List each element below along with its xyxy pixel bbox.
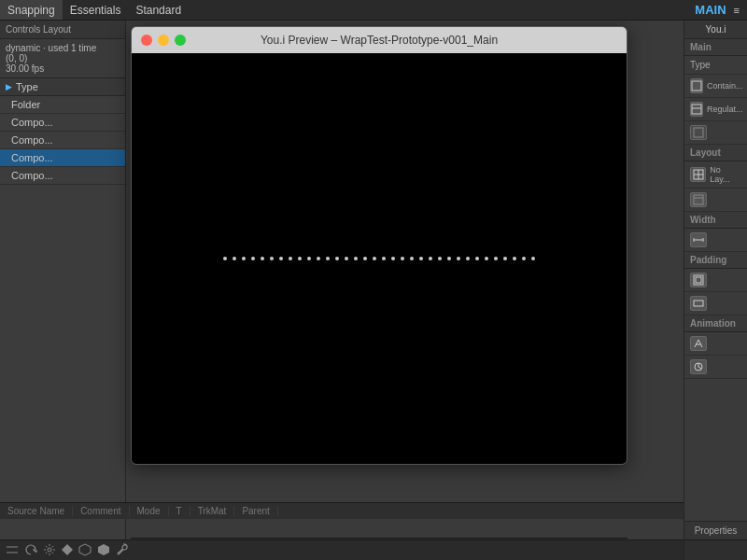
dot <box>233 257 236 260</box>
svg-rect-25 <box>696 277 701 283</box>
svg-line-30 <box>698 367 701 369</box>
dot <box>447 257 451 260</box>
snapping-menu[interactable]: Snapping <box>0 0 63 20</box>
dot <box>485 257 488 260</box>
regular-icon[interactable] <box>690 102 703 117</box>
main-label: MAIN <box>695 3 726 17</box>
dot <box>270 257 274 260</box>
svg-rect-15 <box>694 128 703 137</box>
hex2-icon[interactable] <box>97 543 110 558</box>
right-panel: You.i Main Type Contain... Regulat... La… <box>684 21 747 539</box>
col-parent: Parent <box>234 506 277 516</box>
padding-icon2[interactable] <box>690 296 707 311</box>
properties-label: Properties <box>684 521 747 539</box>
preview-window: You.i Preview – WrapTest-Prototype-v001_… <box>131 26 627 465</box>
section-padding: Padding <box>684 252 747 269</box>
dot <box>522 257 526 260</box>
dot <box>382 257 386 260</box>
dot <box>419 257 423 260</box>
essentials-menu[interactable]: Essentials <box>63 0 129 20</box>
controls-layout-header: Controls Layout <box>0 21 125 39</box>
wrench-icon[interactable] <box>116 543 129 558</box>
animation-icon-row2 <box>684 356 747 379</box>
container-icon[interactable] <box>690 78 703 93</box>
padding-icon-row2 <box>684 292 747 315</box>
padding-icon[interactable] <box>690 273 707 287</box>
dot <box>503 257 507 260</box>
nolayout-label: No Lay... <box>710 165 741 184</box>
svg-marker-32 <box>62 544 73 555</box>
right-panel-header: You.i <box>684 21 747 39</box>
dot <box>410 257 414 260</box>
toggle-checkbox-row <box>684 121 747 145</box>
width-icon[interactable] <box>690 232 707 247</box>
svg-rect-13 <box>692 105 701 114</box>
dot <box>307 257 311 260</box>
col-trkmat: TrkMat <box>190 506 235 516</box>
regular-label: Regulat... <box>707 105 743 114</box>
dot <box>317 257 320 260</box>
tree-item-compo3[interactable]: Compo... <box>0 149 125 167</box>
dot <box>261 257 264 260</box>
dot <box>373 257 376 260</box>
column-headers: Source Name Comment Mode T TrkMat Parent <box>0 502 684 519</box>
layout-icon-row: No Lay... <box>684 161 747 189</box>
dot <box>429 257 432 260</box>
svg-marker-34 <box>98 544 109 555</box>
right-bottom-corner <box>684 539 747 560</box>
layout-extra-icon[interactable] <box>690 192 707 207</box>
tree-panel: ▶ Type Folder Compo... Compo... Compo...… <box>0 78 125 560</box>
svg-marker-33 <box>79 544 91 555</box>
dot <box>457 257 460 260</box>
diamond-icon[interactable] <box>62 544 73 557</box>
preview-title: You.i Preview – WrapTest-Prototype-v001_… <box>261 34 498 47</box>
tree-item-compo1[interactable]: Compo... <box>0 114 125 132</box>
section-main: Main <box>684 39 747 56</box>
col-comment: Comment <box>73 506 129 516</box>
dot <box>531 257 535 260</box>
dot <box>279 257 283 260</box>
close-button[interactable] <box>141 35 152 46</box>
type-label: Type <box>684 56 747 75</box>
tree-item-compo2[interactable]: Compo... <box>0 132 125 149</box>
animation-icon2[interactable] <box>690 359 707 374</box>
top-menubar: Snapping Essentials Standard MAIN ≡ <box>0 0 747 21</box>
padding-icon-row <box>684 269 747 292</box>
dotted-line <box>223 257 535 260</box>
type-label: Type <box>16 81 38 92</box>
type-regular-row: Regulat... <box>684 98 747 121</box>
dot <box>494 257 498 260</box>
standard-menu[interactable]: Standard <box>128 0 189 20</box>
section-animation: Animation <box>684 315 747 332</box>
maximize-button[interactable] <box>175 35 186 46</box>
checkbox-icon[interactable] <box>690 125 707 140</box>
dot <box>363 257 367 260</box>
minimize-button[interactable] <box>158 35 169 46</box>
hex-icon[interactable] <box>78 543 92 558</box>
tree-item-compo4[interactable]: Compo... <box>0 167 125 185</box>
dot <box>298 257 302 260</box>
layout-extra-row <box>684 189 747 212</box>
dot <box>326 257 330 260</box>
transfer-icon[interactable] <box>6 543 19 558</box>
svg-rect-12 <box>692 81 701 91</box>
animation-icon[interactable] <box>690 336 707 351</box>
tree-item-folder[interactable]: Folder <box>0 96 125 114</box>
menu-icon[interactable]: ≡ <box>734 5 740 16</box>
dot <box>391 257 395 260</box>
dot <box>223 257 227 260</box>
col-source-name: Source Name <box>0 506 73 516</box>
section-layout: Layout <box>684 145 747 161</box>
dot <box>251 257 255 260</box>
preview-titlebar: You.i Preview – WrapTest-Prototype-v001_… <box>132 27 627 53</box>
col-mode: Mode <box>130 506 169 516</box>
gear-icon[interactable] <box>43 543 56 558</box>
type-container-row: Contain... <box>684 75 747 98</box>
section-width: Width <box>684 212 747 229</box>
dot <box>345 257 348 260</box>
dot <box>335 257 339 260</box>
svg-rect-19 <box>694 195 703 204</box>
rotate-icon[interactable] <box>24 543 37 558</box>
svg-point-31 <box>48 548 51 552</box>
layout-icon[interactable] <box>690 167 706 182</box>
